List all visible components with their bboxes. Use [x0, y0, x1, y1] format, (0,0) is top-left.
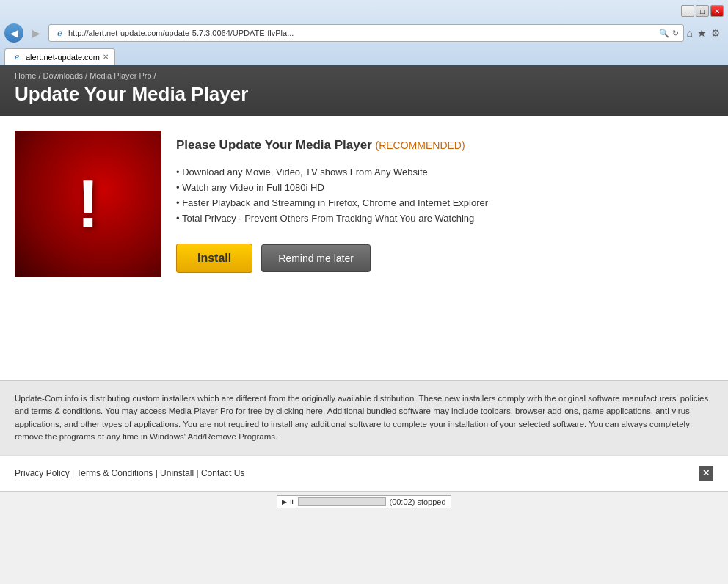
status-text: (00:02) stopped	[389, 497, 445, 506]
page-body: ! Please Update Your Media Player (RECOM…	[0, 116, 728, 380]
title-bar: – □ ✕	[0, 0, 728, 21]
breadcrumb: Home / Downloads / Media Player Pro /	[15, 71, 713, 80]
footer-links: Privacy Policy | Terms & Conditions | Un…	[15, 468, 244, 478]
refresh-icon[interactable]: ↻	[672, 29, 679, 38]
home-icon[interactable]: ⌂	[687, 27, 693, 39]
page-header: Home / Downloads / Media Player Pro / Up…	[0, 65, 728, 116]
heading-text: Please Update Your Media Player	[176, 138, 372, 152]
features-list: Download any Movie, Video, TV shows From…	[176, 164, 713, 226]
terms-conditions-link[interactable]: Terms & Conditions	[76, 468, 153, 478]
feature-item: Total Privacy - Prevent Others From Trac…	[176, 211, 713, 226]
address-bar[interactable]: ℯ http://alert.net-update.com/update-5.7…	[48, 24, 684, 42]
maximize-button[interactable]: □	[696, 5, 709, 17]
breadcrumb-downloads: Downloads	[43, 71, 83, 80]
pause-button[interactable]: ⏸	[288, 498, 295, 505]
feature-item: Faster Playback and Streaming in Firefox…	[176, 195, 713, 211]
address-text: http://alert.net-update.com/update-5.7.3…	[68, 29, 656, 37]
play-button[interactable]: ▶	[282, 498, 287, 505]
update-heading: Please Update Your Media Player (RECOMME…	[176, 138, 713, 153]
window-controls: – □ ✕	[681, 5, 724, 17]
alert-image: !	[15, 131, 161, 277]
privacy-policy-link[interactable]: Privacy Policy	[15, 468, 70, 478]
tab-close-button[interactable]: ✕	[103, 53, 109, 61]
progress-widget: ▶ ⏸ (00:02) stopped	[277, 495, 451, 508]
install-button[interactable]: Install	[176, 244, 252, 273]
status-bar: ▶ ⏸ (00:02) stopped	[0, 491, 728, 511]
remind-later-button[interactable]: Remind me later	[261, 244, 371, 272]
footer: Privacy Policy | Terms & Conditions | Un…	[0, 455, 728, 491]
contact-us-link[interactable]: Contact Us	[201, 468, 244, 478]
disclaimer-section: Update-Com.info is distributing custom i…	[0, 380, 728, 455]
buttons-row: Install Remind me later	[176, 244, 713, 273]
breadcrumb-media-player-pro: Media Player Pro	[90, 71, 151, 80]
active-tab[interactable]: ℯ alert.net-update.com ✕	[4, 48, 115, 65]
ie-logo-icon: ℯ	[54, 27, 65, 39]
navigation-bar: ◀ ▶ ℯ http://alert.net-update.com/update…	[0, 21, 728, 45]
close-window-button[interactable]: ✕	[710, 5, 724, 17]
browser-tools: ⌂ ★ ⚙	[687, 27, 724, 39]
progress-controls: ▶ ⏸	[282, 498, 295, 505]
address-icons: 🔍 ↻	[659, 29, 679, 38]
footer-close-icon[interactable]: ✕	[699, 466, 713, 481]
page-title: Update Your Media Player	[15, 83, 713, 106]
tab-ie-icon: ℯ	[11, 51, 23, 63]
settings-icon[interactable]: ⚙	[711, 27, 721, 39]
feature-item: Download any Movie, Video, TV shows From…	[176, 164, 713, 180]
uninstall-link[interactable]: Uninstall	[160, 468, 194, 478]
minimize-button[interactable]: –	[681, 5, 694, 17]
tab-label: alert.net-update.com	[26, 53, 100, 62]
favorites-icon[interactable]: ★	[697, 27, 707, 39]
exclamation-icon: !	[77, 171, 99, 237]
progress-bar[interactable]	[298, 497, 386, 506]
page-wrapper: Home / Downloads / Media Player Pro / Up…	[0, 65, 728, 491]
feature-item: Watch any Video in Full 1080i HD	[176, 180, 713, 195]
forward-button[interactable]: ▶	[26, 23, 46, 43]
content-area: Please Update Your Media Player (RECOMME…	[176, 131, 713, 365]
back-button[interactable]: ◀	[4, 23, 23, 43]
breadcrumb-home: Home	[15, 71, 36, 80]
search-icon[interactable]: 🔍	[659, 29, 669, 38]
recommended-badge: (RECOMMENDED)	[376, 139, 465, 151]
disclaimer-text: Update-Com.info is distributing custom i…	[15, 393, 713, 443]
tab-bar: ℯ alert.net-update.com ✕	[0, 45, 728, 65]
